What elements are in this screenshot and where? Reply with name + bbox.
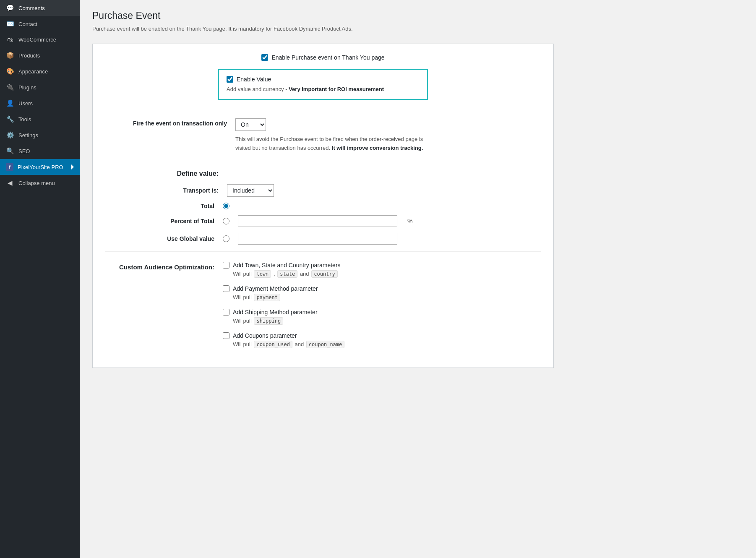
audience-town-label: Add Town, State and Country parameters bbox=[233, 262, 341, 269]
fire-event-description: This will avoid the Purchase event to be… bbox=[235, 135, 428, 153]
fire-event-content: On Off This will avoid the Purchase even… bbox=[235, 118, 541, 153]
total-label: Total bbox=[105, 203, 214, 209]
percent-radio[interactable] bbox=[223, 218, 229, 224]
tag-country: country bbox=[311, 270, 338, 278]
enable-purchase-checkbox[interactable] bbox=[261, 54, 268, 61]
audience-coupons-checkbox[interactable] bbox=[223, 332, 229, 339]
enable-value-description: Add value and currency - Very important … bbox=[227, 85, 420, 94]
sidebar-item-tools[interactable]: 🔧 Tools bbox=[0, 111, 80, 127]
sidebar-item-appearance[interactable]: 🎨 Appearance bbox=[0, 63, 80, 79]
total-radio[interactable] bbox=[223, 203, 229, 209]
fire-event-label: Fire the event on transaction only bbox=[118, 118, 227, 127]
tag-state: state bbox=[277, 270, 297, 278]
sidebar-item-seo[interactable]: 🔍 SEO bbox=[0, 143, 80, 159]
enable-value-box: Enable Value Add value and currency - Ve… bbox=[218, 69, 428, 100]
audience-item-coupons-row: Add Coupons parameter bbox=[223, 332, 541, 339]
audience-town-desc: Will pull town , state and country bbox=[223, 270, 541, 278]
enable-purchase-checkbox-row: Enable Purchase event on Thank You page bbox=[261, 54, 384, 61]
enable-purchase-label[interactable]: Enable Purchase event on Thank You page bbox=[271, 54, 384, 61]
define-value-title-cell: Define value: bbox=[105, 170, 227, 177]
sidebar-item-settings[interactable]: ⚙️ Settings bbox=[0, 127, 80, 143]
sidebar-item-label: Users bbox=[18, 100, 74, 107]
products-icon: 📦 bbox=[6, 52, 14, 59]
audience-shipping-checkbox[interactable] bbox=[223, 309, 229, 316]
sidebar-item-label: Products bbox=[18, 52, 74, 59]
audience-items: Add Town, State and Country parameters W… bbox=[223, 262, 541, 356]
comments-icon: 💬 bbox=[6, 4, 14, 12]
tag-coupon-used: coupon_used bbox=[254, 341, 292, 348]
fire-event-select[interactable]: On Off bbox=[235, 118, 266, 131]
audience-item-town: Add Town, State and Country parameters W… bbox=[223, 262, 541, 278]
seo-icon: 🔍 bbox=[6, 147, 14, 155]
enable-value-checkbox[interactable] bbox=[227, 76, 233, 83]
sidebar-item-users[interactable]: 👤 Users bbox=[0, 95, 80, 111]
global-radio[interactable] bbox=[223, 235, 229, 242]
sidebar-item-label: Comments bbox=[18, 5, 74, 11]
sidebar-item-plugins[interactable]: 🔌 Plugins bbox=[0, 79, 80, 95]
audience-item-payment-row: Add Payment Method parameter bbox=[223, 285, 541, 292]
tag-payment: payment bbox=[254, 294, 280, 301]
plugins-icon: 🔌 bbox=[6, 83, 14, 91]
sidebar-item-label: Contact bbox=[18, 21, 74, 27]
audience-item-payment: Add Payment Method parameter Will pull p… bbox=[223, 285, 541, 301]
audience-item-shipping: Add Shipping Method parameter Will pull … bbox=[223, 309, 541, 325]
audience-row: Custom Audience Optimization: Add Town, … bbox=[105, 262, 541, 356]
collapse-icon: ◀ bbox=[6, 179, 14, 187]
sidebar-item-comments[interactable]: 💬 Comments bbox=[0, 0, 80, 16]
sidebar-item-label: Tools bbox=[18, 116, 74, 123]
tag-town: town bbox=[254, 270, 271, 278]
sidebar-item-label: SEO bbox=[18, 148, 74, 154]
enable-value-desc-normal: Add value and currency - bbox=[227, 86, 289, 92]
pixelyoursite-icon: f bbox=[6, 163, 13, 171]
sidebar-item-label: Appearance bbox=[18, 68, 74, 75]
audience-item-coupons: Add Coupons parameter Will pull coupon_u… bbox=[223, 332, 541, 348]
define-value-title: Define value: bbox=[177, 170, 219, 177]
define-value-title-row: Define value: bbox=[105, 170, 541, 177]
sidebar: 💬 Comments ✉️ Contact 🛍 WooCommerce 📦 Pr… bbox=[0, 0, 80, 558]
tools-icon: 🔧 bbox=[6, 115, 14, 123]
settings-icon: ⚙️ bbox=[6, 131, 14, 139]
sidebar-item-collapse[interactable]: ◀ Collapse menu bbox=[0, 175, 80, 191]
sidebar-item-contact[interactable]: ✉️ Contact bbox=[0, 16, 80, 32]
audience-shipping-desc: Will pull shipping bbox=[223, 317, 541, 325]
percent-input[interactable] bbox=[238, 215, 397, 227]
fire-event-section: Fire the event on transaction only On Of… bbox=[105, 118, 541, 153]
audience-town-checkbox[interactable] bbox=[223, 262, 229, 269]
tag-coupon-name: coupon_name bbox=[306, 341, 344, 348]
sidebar-item-label: WooCommerce bbox=[18, 37, 74, 43]
contact-icon: ✉️ bbox=[6, 20, 14, 28]
page-description: Purchase event will be enabled on the Th… bbox=[92, 25, 743, 34]
total-radio-row: Total bbox=[105, 203, 541, 209]
sidebar-item-products[interactable]: 📦 Products bbox=[0, 47, 80, 63]
content-card: Enable Purchase event on Thank You page … bbox=[92, 44, 554, 368]
page-title: Purchase Event bbox=[92, 10, 743, 21]
audience-payment-checkbox[interactable] bbox=[223, 285, 229, 292]
audience-payment-label: Add Payment Method parameter bbox=[233, 285, 318, 292]
divider bbox=[105, 163, 541, 163]
tag-shipping: shipping bbox=[254, 317, 283, 325]
collapse-label: Collapse menu bbox=[18, 180, 74, 186]
global-input[interactable] bbox=[238, 233, 397, 245]
appearance-icon: 🎨 bbox=[6, 68, 14, 75]
enable-value-label[interactable]: Enable Value bbox=[237, 76, 271, 83]
percent-label: Percent of Total bbox=[105, 218, 214, 224]
main-content: Purchase Event Purchase event will be en… bbox=[80, 0, 756, 558]
fire-event-desc-bold: It will improve conversion tracking. bbox=[332, 145, 423, 151]
audience-payment-desc: Will pull payment bbox=[223, 294, 541, 301]
divider-2 bbox=[105, 251, 541, 252]
sidebar-item-label: Settings bbox=[18, 132, 74, 138]
sidebar-item-pixelyoursite[interactable]: f PixelYourSite PRO bbox=[0, 159, 80, 175]
audience-coupons-desc: Will pull coupon_used and coupon_name bbox=[223, 341, 541, 348]
transport-label: Transport is: bbox=[105, 187, 219, 194]
transport-select[interactable]: Included Excluded bbox=[227, 184, 274, 197]
users-icon: 👤 bbox=[6, 99, 14, 107]
global-radio-row: Use Global value bbox=[105, 233, 541, 245]
enable-value-area: Enable Value Add value and currency - Ve… bbox=[105, 69, 541, 109]
audience-item-town-row: Add Town, State and Country parameters bbox=[223, 262, 541, 269]
audience-section: Custom Audience Optimization: Add Town, … bbox=[105, 262, 541, 356]
enable-purchase-area: Enable Purchase event on Thank You page bbox=[105, 54, 541, 61]
sidebar-item-woocommerce[interactable]: 🛍 WooCommerce bbox=[0, 32, 80, 47]
audience-coupons-label: Add Coupons parameter bbox=[233, 332, 297, 339]
transport-row: Transport is: Included Excluded bbox=[105, 184, 541, 197]
global-label: Use Global value bbox=[105, 235, 214, 242]
